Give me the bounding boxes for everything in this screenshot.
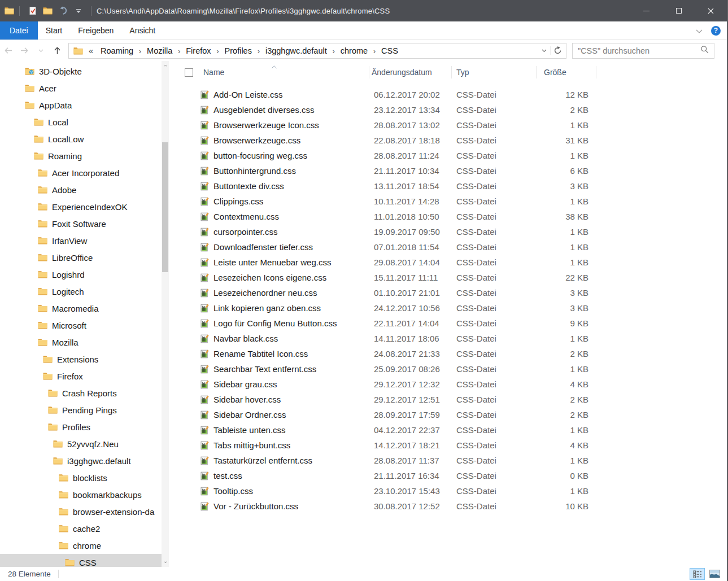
tree-item-irfanview[interactable]: IrfanView — [0, 232, 163, 249]
breadcrumb-item-i3gghgwc-default[interactable]: i3gghgwc.default — [260, 46, 332, 55]
refresh-icon[interactable] — [550, 46, 565, 55]
file-row-link-kopieren-ganz-oben-css[interactable]: Link kopieren ganz oben.css24.12.2017 10… — [181, 300, 727, 316]
tree-item-experienceindexok[interactable]: ExperienceIndexOK — [0, 198, 163, 215]
breadcrumb-item-chrome[interactable]: chrome — [335, 46, 373, 55]
minimize-button[interactable] — [630, 0, 662, 21]
tree-item-local[interactable]: Local — [0, 113, 163, 130]
forward-button[interactable] — [16, 46, 33, 55]
file-row-lesezeichen-icons-eigene-css[interactable]: Lesezeichen Icons eigene.css15.11.2017 1… — [181, 270, 727, 285]
tree-item-extensions[interactable]: Extensions — [0, 351, 163, 368]
search-box[interactable]: "CSS" durchsuchen — [572, 43, 714, 59]
tree-item-blocklists[interactable]: blocklists — [0, 469, 163, 486]
file-row-buttontexte-div-css[interactable]: Buttontexte div.css13.11.2017 18:54CSS-D… — [181, 178, 727, 194]
file-row-searchbar-text-entfernt-css[interactable]: Searchbar Text entfernt.css25.09.2017 08… — [181, 361, 727, 377]
breadcrumb-item-firefox[interactable]: Firefox — [181, 46, 216, 55]
sidebar-scrollbar[interactable] — [162, 61, 169, 567]
file-row-sidebar-grau-css[interactable]: Sidebar grau.css29.12.2017 12:32CSS-Date… — [181, 377, 727, 392]
file-row-lesezeichenordner-neu-css[interactable]: Lesezeichenordner neu.css01.10.2017 21:0… — [181, 285, 727, 300]
tree-item-pending-pings[interactable]: Pending Pings — [0, 401, 163, 418]
file-row-logo-f-r-config-menu-button-css[interactable]: Logo für Config Menu Button.css22.11.201… — [181, 316, 727, 331]
tree-item-acer-incorporated[interactable]: Acer Incorporated — [0, 164, 163, 181]
tree-item-profiles[interactable]: Profiles — [0, 418, 163, 435]
tree-item-cache2[interactable]: cache2 — [0, 520, 163, 537]
address-bar[interactable]: « Roaming›Mozilla›Firefox›Profiles›i3ggh… — [68, 43, 566, 59]
file-row-add-on-leiste-css[interactable]: Add-On Leiste.css06.12.2017 20:02CSS-Dat… — [181, 87, 727, 102]
tree-item-appdata[interactable]: AppData — [0, 97, 163, 113]
tree-item-logishrd[interactable]: Logishrd — [0, 266, 163, 283]
file-row-tooltip-css[interactable]: Tooltip.css23.10.2017 15:43CSS-Datei1 KB — [181, 483, 727, 499]
tree-item-chrome[interactable]: chrome — [0, 537, 163, 554]
file-row-cursorpointer-css[interactable]: cursorpointer.css19.09.2017 09:50CSS-Dat… — [181, 224, 727, 239]
tree-item-macromedia[interactable]: Macromedia — [0, 300, 163, 317]
tree-item-microsoft[interactable]: Microsoft — [0, 317, 163, 334]
tree-item-foxit-software[interactable]: Foxit Software — [0, 215, 163, 232]
file-row-buttonhintergrund-css[interactable]: Buttonhintergrund.css21.11.2017 10:34CSS… — [181, 163, 727, 178]
file-row-sidebar-ordner-css[interactable]: Sidebar Ordner.css28.09.2017 17:59CSS-Da… — [181, 407, 727, 422]
file-row-browserwerkzeuge-css[interactable]: Browserwerkzeuge.css22.08.2017 18:18CSS-… — [181, 133, 727, 148]
tree-item-libreoffice[interactable]: LibreOffice — [0, 249, 163, 266]
tab-ansicht[interactable]: Ansicht — [121, 21, 163, 40]
thumbnails-view-button[interactable] — [707, 568, 722, 580]
ribbon-expand-chevron-icon[interactable] — [696, 25, 703, 36]
qat-new-folder-icon[interactable] — [40, 2, 55, 19]
breadcrumb-collapsed-marker[interactable]: « — [89, 46, 93, 55]
scrollbar-down-arrow-icon[interactable] — [162, 558, 169, 566]
tree-item-bookmarkbackups[interactable]: bookmarkbackups — [0, 486, 163, 503]
search-icon[interactable] — [700, 45, 709, 56]
maximize-button[interactable] — [662, 0, 695, 21]
file-row-tabs-mittig-bunt-css[interactable]: Tabs mittig+bunt.css14.12.2017 18:21CSS-… — [181, 438, 727, 453]
recent-locations-chevron-icon[interactable] — [33, 49, 49, 53]
file-row-sidebar-hover-css[interactable]: Sidebar hover.css29.12.2017 12:51CSS-Dat… — [181, 392, 727, 407]
file-row-tastaturk-rzel-entfernt-css[interactable]: Tastaturkürzel entfernt.css28.08.2017 11… — [181, 453, 727, 468]
tree-item-roaming[interactable]: Roaming — [0, 147, 163, 164]
breadcrumb-item-profiles[interactable]: Profiles — [220, 46, 257, 55]
file-row-navbar-black-css[interactable]: Navbar black.css14.11.2017 18:06CSS-Date… — [181, 331, 727, 346]
tree-item-browser-extension-da[interactable]: browser-extension-da — [0, 503, 163, 520]
file-row-ausgeblendet-diverses-css[interactable]: Ausgeblendet diverses.css23.12.2017 13:3… — [181, 102, 727, 117]
tree-item-locallow[interactable]: LocalLow — [0, 130, 163, 147]
tree-item-crash-reports[interactable]: Crash Reports — [0, 385, 163, 401]
breadcrumb-item-css[interactable]: CSS — [376, 46, 403, 55]
close-icon — [708, 8, 714, 14]
column-header-size[interactable]: Größe — [537, 66, 596, 78]
close-button[interactable] — [695, 0, 727, 21]
qat-properties-icon[interactable] — [25, 2, 40, 19]
up-button[interactable] — [49, 46, 66, 55]
tree-item-52yvvqfz-neu[interactable]: 52yvvqfz.Neu — [0, 435, 163, 452]
file-row-rename-tabtitel-icon-css[interactable]: Rename Tabtitel Icon.css24.08.2017 21:33… — [181, 346, 727, 361]
tab-freigeben[interactable]: Freigeben — [70, 21, 121, 40]
file-row-button-focusring-weg-css[interactable]: button-focusring weg.css28.08.2017 11:24… — [181, 148, 727, 163]
file-row-test-css[interactable]: test.css21.11.2017 16:34CSS-Datei0 KB — [181, 468, 727, 483]
column-header-type[interactable]: Typ — [452, 66, 537, 78]
scrollbar-thumb[interactable] — [162, 142, 168, 272]
tree-item-logitech[interactable]: Logitech — [0, 283, 163, 300]
breadcrumb-item-mozilla[interactable]: Mozilla — [142, 46, 177, 55]
qat-customize-chevron-icon[interactable] — [71, 2, 86, 19]
qat-undo-icon[interactable] — [55, 2, 71, 19]
select-all-checkbox[interactable] — [185, 68, 193, 77]
column-header-modified[interactable]: Änderungsdatum — [369, 66, 452, 78]
tree-item-css[interactable]: CSS — [0, 554, 163, 567]
back-button[interactable] — [0, 46, 16, 55]
file-row-browserwerkzeuge-icon-css[interactable]: Browserwerkzeuge Icon.css28.08.2017 13:0… — [181, 117, 727, 133]
details-view-button[interactable] — [690, 568, 705, 580]
tree-item-firefox[interactable]: Firefox — [0, 368, 163, 385]
tree-item-3d-objekte[interactable]: 3D-Objekte — [0, 63, 163, 80]
file-row-clippings-css[interactable]: Clippings.css10.11.2017 14:28CSS-Datei1 … — [181, 194, 727, 209]
breadcrumb-item-roaming[interactable]: Roaming — [95, 46, 138, 55]
tab-datei[interactable]: Datei — [0, 21, 38, 40]
file-row-downloadfenster-tiefer-css[interactable]: Downloadfenster tiefer.css07.01.2018 11:… — [181, 239, 727, 255]
address-dropdown-chevron-icon[interactable] — [538, 49, 550, 53]
file-row-vor-zur-ckbutton-css[interactable]: Vor - Zurückbutton.css30.08.2017 12:52CS… — [181, 499, 727, 514]
file-row-tableiste-unten-css[interactable]: Tableiste unten.css04.12.2017 22:37CSS-D… — [181, 422, 727, 438]
scrollbar-up-arrow-icon[interactable] — [162, 62, 169, 70]
file-row-leiste-unter-menuebar-weg-css[interactable]: Leiste unter Menuebar weg.css29.08.2017 … — [181, 255, 727, 270]
tree-item-acer[interactable]: Acer — [0, 80, 163, 97]
tab-start[interactable]: Start — [38, 21, 71, 40]
help-icon[interactable]: ? — [711, 26, 721, 36]
tree-item-mozilla[interactable]: Mozilla — [0, 334, 163, 351]
file-row-contextmenu-css[interactable]: Contextmenu.css11.01.2018 10:50CSS-Datei… — [181, 209, 727, 224]
tree-item-adobe[interactable]: Adobe — [0, 181, 163, 198]
search-input[interactable]: "CSS" durchsuchen — [578, 46, 700, 55]
tree-item-i3gghgwc-default[interactable]: i3gghgwc.default — [0, 452, 163, 469]
